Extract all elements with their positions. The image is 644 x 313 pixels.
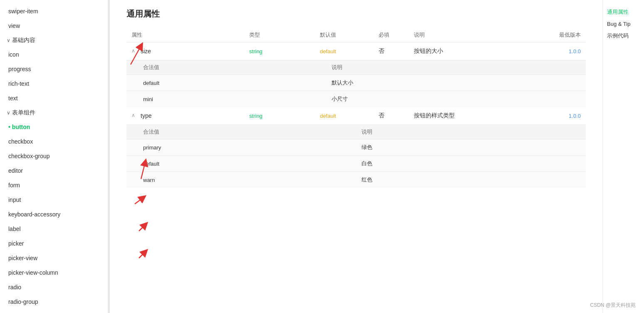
right-link-bug[interactable]: Bug & Tip (607, 21, 640, 27)
size-type: string (249, 48, 263, 55)
attr-name-size: ∧ size (131, 48, 239, 55)
size-sub-row-default: default 默认大小 (126, 75, 586, 91)
type-sub-row-primary: primary 绿色 (126, 139, 586, 156)
sidebar-item-picker[interactable]: picker (0, 236, 108, 251)
chevron-down-icon: ∨ (7, 37, 10, 43)
col-header-type: 类型 (244, 28, 315, 42)
sidebar-item-picker-view-column[interactable]: picker-view-column (0, 266, 108, 280)
type-val-default-desc: 白色 (353, 156, 498, 172)
attr-name-type: ∧ type (131, 112, 239, 119)
type-sub-row-default: default 白色 (126, 156, 586, 172)
toggle-size-icon[interactable]: ∧ (131, 48, 138, 55)
sidebar-item-icon[interactable]: icon (0, 47, 108, 62)
table-row-type: ∧ type string default 否 按钮的样式类型 1.0.0 (126, 107, 586, 125)
svg-line-2 (135, 198, 143, 204)
type-val-primary: primary (126, 139, 353, 156)
size-sub-table-wrapper: 合法值 说明 default 默认大小 (126, 60, 586, 107)
sidebar-item-progress[interactable]: progress (0, 62, 108, 77)
attributes-table: 属性 类型 默认值 必填 说明 最低版本 (126, 28, 586, 188)
type-sub-col-desc-header: 说明 (353, 125, 498, 139)
type-required: 否 (379, 112, 384, 119)
type-type: string (249, 113, 263, 119)
size-sub-row-mini: mini 小尺寸 (126, 91, 586, 107)
sidebar-item-keyboard-accessory[interactable]: keyboard-accessory (0, 207, 108, 222)
size-sub-header: 合法值 说明 (126, 60, 586, 75)
size-sub-table: 合法值 说明 default 默认大小 (126, 60, 586, 107)
right-sidebar: 通用属性 Bug & Tip 示例代码 (602, 0, 644, 313)
size-default: default (320, 48, 336, 55)
sidebar-item-rich-text[interactable]: rich-text (0, 77, 108, 91)
type-sub-row-warn: warn 红色 (126, 172, 586, 188)
size-version: 1.0.0 (569, 48, 581, 55)
right-link-general[interactable]: 通用属性 (607, 8, 640, 16)
table-header: 属性 类型 默认值 必填 说明 最低版本 (126, 28, 586, 42)
sub-col-value-header: 合法值 (126, 60, 323, 75)
type-version: 1.0.0 (569, 113, 581, 119)
col-header-required: 必填 (374, 28, 409, 42)
type-val-warn-desc: 红色 (353, 172, 498, 188)
sidebar-item-slider[interactable]: slider (0, 309, 108, 313)
type-sub-header: 合法值 说明 (126, 125, 586, 139)
size-desc: 按钮的大小 (414, 47, 443, 54)
col-header-attr: 属性 (126, 28, 244, 42)
size-val-default: default (126, 75, 323, 91)
page-title: 通用属性 (126, 8, 586, 20)
sidebar-item-text[interactable]: text (0, 91, 108, 106)
sidebar-item-editor[interactable]: editor (0, 164, 108, 178)
watermark: CSDN @景天科技苑 (590, 302, 636, 309)
sidebar-item-button[interactable]: button (0, 120, 108, 134)
type-sub-col-value-header: 合法值 (126, 125, 353, 139)
svg-line-4 (139, 252, 145, 258)
type-val-primary-desc: 绿色 (353, 139, 498, 156)
col-header-version: 最低版本 (527, 28, 586, 42)
type-val-warn: warn (126, 172, 353, 188)
type-sub-table: 合法值 说明 primary 绿色 (126, 125, 586, 188)
col-header-default: 默认值 (315, 28, 374, 42)
sidebar-item-view[interactable]: view (0, 19, 108, 33)
sidebar-item-radio[interactable]: radio (0, 280, 108, 295)
sidebar-item-radio-group[interactable]: radio-group (0, 295, 108, 309)
col-header-desc: 说明 (409, 28, 527, 42)
sidebar-category-basic[interactable]: ∨ 基础内容 (0, 33, 108, 47)
sidebar-item-form[interactable]: form (0, 178, 108, 193)
main-content: 通用属性 属性 类型 (110, 0, 602, 313)
toggle-type-icon[interactable]: ∧ (131, 112, 138, 119)
sidebar-item-picker-view[interactable]: picker-view (0, 251, 108, 266)
svg-line-3 (139, 225, 145, 231)
chevron-down-icon-2: ∨ (7, 110, 10, 116)
sidebar-category-form[interactable]: ∨ 表单组件 (0, 106, 108, 120)
sidebar: swiper-item view ∨ 基础内容 icon progress ri… (0, 0, 108, 313)
table-row-size: ∧ size string default 否 按钮的大小 1.0.0 (126, 42, 586, 60)
sidebar-item-label[interactable]: label (0, 222, 108, 236)
sub-col-desc-header: 说明 (323, 60, 506, 75)
size-label: size (141, 48, 151, 55)
type-default: default (320, 113, 336, 119)
sidebar-item-checkbox-group[interactable]: checkbox-group (0, 149, 108, 164)
type-sub-table-wrapper: 合法值 说明 primary 绿色 (126, 125, 586, 188)
type-val-default: default (126, 156, 353, 172)
size-required: 否 (379, 47, 384, 54)
size-val-default-desc: 默认大小 (323, 75, 506, 91)
type-desc: 按钮的样式类型 (414, 112, 455, 119)
sidebar-item-input[interactable]: input (0, 193, 108, 207)
sidebar-item-checkbox[interactable]: checkbox (0, 134, 108, 149)
right-link-example[interactable]: 示例代码 (607, 32, 640, 40)
sidebar-item-swiper-item[interactable]: swiper-item (0, 4, 108, 19)
size-val-mini-desc: 小尺寸 (323, 91, 506, 107)
size-val-mini: mini (126, 91, 323, 107)
type-label: type (141, 112, 151, 119)
table-body: ∧ size string default 否 按钮的大小 1.0.0 合法值 (126, 42, 586, 188)
